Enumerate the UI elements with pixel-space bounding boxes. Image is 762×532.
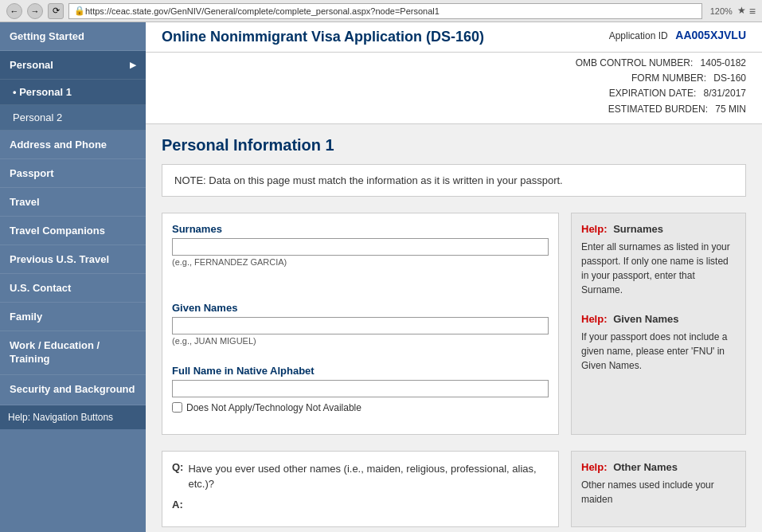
- app-header: Online Nonimmigrant Visa Application (DS…: [146, 22, 762, 53]
- sidebar-label-family: Family: [10, 311, 42, 323]
- help-label-given-names: Help:: [581, 313, 608, 325]
- surnames-hint: (e.g., FERNANDEZ GARCIA): [172, 257, 549, 267]
- sidebar-label-travel: Travel: [10, 196, 40, 208]
- surnames-section: Surnames (e.g., FERNANDEZ GARCIA) Given …: [162, 213, 746, 435]
- sidebar-item-travel-companions[interactable]: Travel Companions: [0, 217, 146, 245]
- browser-bar: ← → ⟳ 🔒 https://ceac.state.gov/GenNIV/Ge…: [0, 0, 762, 22]
- sidebar-label-personal1: Personal 1: [19, 86, 72, 98]
- sidebar-item-address-phone[interactable]: Address and Phone: [0, 131, 146, 159]
- sidebar-label-work-education-training: Work / Education / Training: [10, 339, 136, 366]
- native-alphabet-input[interactable]: [172, 380, 549, 397]
- help-nav-label: Help: Navigation Buttons: [8, 412, 113, 423]
- zoom-level: 120%: [710, 6, 733, 16]
- native-alphabet-field-group: Full Name in Native Alphabet Does Not Ap…: [172, 365, 549, 413]
- sidebar-label-getting-started: Getting Started: [10, 30, 84, 42]
- help-given-names-title: Help: Given Names: [581, 313, 736, 325]
- help-other-names-title: Help: Other Names: [581, 461, 736, 473]
- app-id-label: Application ID: [609, 30, 668, 41]
- sidebar-item-getting-started[interactable]: Getting Started: [0, 22, 146, 51]
- refresh-button[interactable]: ⟳: [48, 3, 64, 19]
- help-heading-surnames: Surnames: [613, 223, 663, 235]
- app-id-value: AA005XJVLU: [675, 29, 746, 41]
- sidebar-item-previous-us-travel[interactable]: Previous U.S. Travel: [0, 245, 146, 274]
- url-bar[interactable]: 🔒 https://ceac.state.gov/GenNIV/General/…: [68, 3, 702, 19]
- help-box-surnames: Help: Surnames Enter all surnames as lis…: [571, 213, 746, 435]
- browser-actions: ★ ≡: [737, 5, 756, 18]
- page-wrapper: Getting Started Personal ▶ Personal 1 Pe…: [0, 22, 762, 532]
- given-names-hint: (e.g., JUAN MIGUEL): [172, 336, 549, 346]
- sidebar-item-work-education-training[interactable]: Work / Education / Training: [0, 331, 146, 375]
- help-label-surnames: Help:: [581, 223, 608, 235]
- sidebar-item-family[interactable]: Family: [0, 303, 146, 331]
- native-alphabet-label: Full Name in Native Alphabet: [172, 365, 549, 377]
- surnames-fields: Surnames (e.g., FERNANDEZ GARCIA) Given …: [162, 213, 559, 435]
- given-names-label: Given Names: [172, 302, 549, 314]
- sidebar-label-previous-us-travel: Previous U.S. Travel: [10, 253, 109, 265]
- content-area: Personal Information 1 NOTE: Data on thi…: [146, 124, 762, 532]
- does-not-apply-checkbox[interactable]: [172, 402, 182, 413]
- sidebar-label-address-phone: Address and Phone: [10, 139, 107, 151]
- page-title: Personal Information 1: [162, 136, 746, 155]
- help-heading-other-names: Other Names: [613, 461, 678, 473]
- star-icon[interactable]: ★: [737, 5, 746, 18]
- back-button[interactable]: ←: [6, 3, 22, 19]
- sidebar-item-security-background[interactable]: Security and Background: [0, 375, 146, 405]
- help-navigation-buttons: Help: Navigation Buttons: [0, 405, 146, 429]
- surnames-label: Surnames: [172, 223, 549, 235]
- sidebar-label-personal2: Personal 2: [13, 111, 62, 123]
- forward-button[interactable]: →: [27, 3, 43, 19]
- given-names-field-group: Given Names (e.g., JUAN MIGUEL): [172, 302, 549, 346]
- form-value: DS-160: [713, 72, 746, 84]
- sidebar-item-personal1[interactable]: Personal 1: [0, 80, 146, 105]
- burden-value: 75 MIN: [715, 104, 746, 115]
- expiration-label: EXPIRATION DATE:: [609, 88, 697, 99]
- note-box: NOTE: Data on this page must match the i…: [162, 164, 746, 197]
- form-meta: OMB CONTROL NUMBER: 1405-0182 FORM NUMBE…: [146, 53, 762, 124]
- surnames-input[interactable]: [172, 238, 549, 256]
- qa-section: Q: Have you ever used other names (i.e.,…: [162, 451, 746, 527]
- sidebar-label-us-contact: U.S. Contact: [10, 282, 71, 294]
- url-text: https://ceac.state.gov/GenNIV/General/co…: [85, 6, 440, 16]
- sidebar-label-security-background: Security and Background: [10, 383, 135, 397]
- question-row: Q: Have you ever used other names (i.e.,…: [172, 461, 549, 492]
- sidebar-label-travel-companions: Travel Companions: [10, 225, 105, 237]
- burden-label: ESTIMATED BURDEN:: [608, 104, 708, 115]
- menu-icon[interactable]: ≡: [749, 5, 756, 18]
- a-label: A:: [172, 499, 183, 510]
- sidebar-item-passport[interactable]: Passport: [0, 159, 146, 188]
- help-surnames-title: Help: Surnames: [581, 223, 736, 235]
- help-label-other-names: Help:: [581, 461, 608, 473]
- help-text-given-names: If your passport does not include a give…: [581, 330, 736, 373]
- q-text: Have you ever used other names (i.e., ma…: [188, 461, 549, 492]
- does-not-apply-row: Does Not Apply/Technology Not Available: [172, 402, 549, 413]
- app-id-block: Application ID AA005XJVLU: [609, 29, 746, 41]
- form-label: FORM NUMBER:: [631, 72, 706, 84]
- omb-value: 1405-0182: [701, 57, 746, 68]
- qa-content: Q: Have you ever used other names (i.e.,…: [162, 451, 559, 527]
- omb-label: OMB CONTROL NUMBER:: [576, 57, 694, 68]
- expiration-value: 8/31/2017: [704, 88, 746, 99]
- help-text-surnames: Enter all surnames as listed in your pas…: [581, 240, 736, 297]
- given-names-input[interactable]: [172, 317, 549, 334]
- sidebar-item-personal2[interactable]: Personal 2: [0, 105, 146, 131]
- surnames-field-group: Surnames (e.g., FERNANDEZ GARCIA): [172, 223, 549, 267]
- answer-row: A:: [172, 499, 549, 510]
- help-heading-given-names: Given Names: [613, 313, 678, 325]
- personal-arrow-icon: ▶: [130, 61, 136, 69]
- sidebar: Getting Started Personal ▶ Personal 1 Pe…: [0, 22, 146, 532]
- sidebar-item-us-contact[interactable]: U.S. Contact: [0, 274, 146, 303]
- sidebar-label-passport: Passport: [10, 167, 54, 179]
- sidebar-sub-personal: Personal 1 Personal 2: [0, 80, 146, 131]
- app-title: Online Nonimmigrant Visa Application (DS…: [162, 29, 484, 45]
- q-label: Q:: [172, 461, 183, 492]
- help-box-other-names: Help: Other Names Other names used inclu…: [571, 451, 746, 527]
- sidebar-label-personal: Personal: [10, 59, 53, 71]
- note-text: NOTE: Data on this page must match the i…: [174, 174, 563, 186]
- sidebar-item-travel[interactable]: Travel: [0, 188, 146, 217]
- main-content: Online Nonimmigrant Visa Application (DS…: [146, 22, 762, 532]
- help-text-other-names: Other names used include your maiden: [581, 478, 736, 507]
- lock-icon: 🔒: [74, 6, 85, 16]
- does-not-apply-label: Does Not Apply/Technology Not Available: [186, 402, 361, 413]
- sidebar-item-personal[interactable]: Personal ▶: [0, 51, 146, 80]
